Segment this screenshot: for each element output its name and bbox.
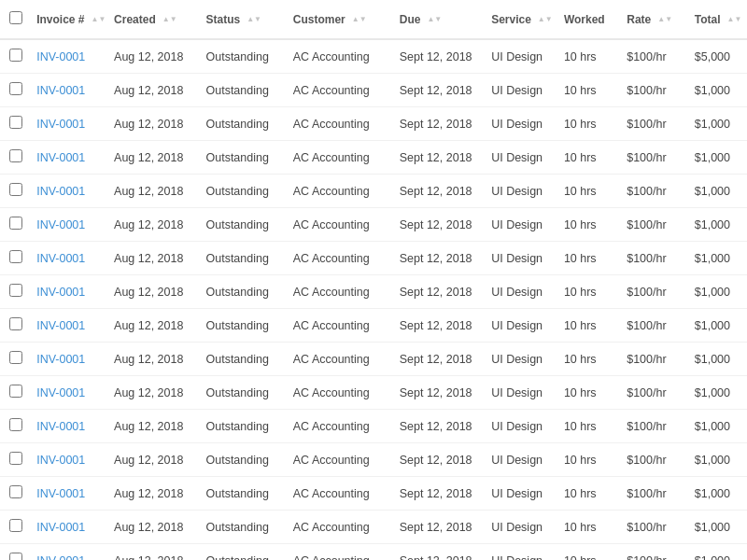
row-service: UI Design [486,343,558,376]
service-label-text: Service [491,13,531,26]
row-created: Aug 12, 2018 [108,242,200,275]
select-all-checkbox[interactable] [9,11,22,24]
row-rate: $100/hr [621,511,689,544]
col-header-worked[interactable]: Worked [558,0,621,39]
row-checkbox[interactable] [9,418,22,431]
invoice-link[interactable]: INV-0001 [36,252,85,265]
status-col-label[interactable]: Status ▲▼ [205,13,261,26]
col-header-rate[interactable]: Rate ▲▼ [621,0,689,39]
worked-label-text: Worked [564,13,605,26]
invoice-link[interactable]: INV-0001 [36,218,85,231]
row-due: Sept 12, 2018 [394,39,486,74]
row-invoice: INV-0001 [31,343,108,376]
row-total: $1,000 [689,175,747,208]
row-invoice: INV-0001 [31,477,108,511]
table-header-row: Invoice # ▲▼ Created ▲▼ Status ▲▼ [0,0,747,39]
row-checkbox-cell[interactable] [0,309,31,343]
invoice-link[interactable]: INV-0001 [36,84,85,97]
worked-col-label[interactable]: Worked [564,13,605,26]
col-header-total[interactable]: Total ▲▼ [689,0,747,39]
row-checkbox[interactable] [9,217,22,230]
row-checkbox-cell[interactable] [0,477,31,511]
row-checkbox[interactable] [9,183,22,196]
row-checkbox[interactable] [9,485,22,498]
table-row: INV-0001 Aug 12, 2018 Outstanding AC Acc… [0,107,747,141]
row-checkbox-cell[interactable] [0,343,31,376]
invoice-link[interactable]: INV-0001 [36,521,85,534]
row-checkbox-cell[interactable] [0,175,31,208]
table-row: INV-0001 Aug 12, 2018 Outstanding AC Acc… [0,242,747,275]
row-worked: 10 hrs [558,410,621,443]
total-sort-icon: ▲▼ [727,16,742,23]
row-status: Outstanding [200,107,287,141]
invoice-link[interactable]: INV-0001 [36,554,85,561]
row-invoice: INV-0001 [31,511,108,544]
row-checkbox-cell[interactable] [0,74,31,107]
invoice-link[interactable]: INV-0001 [36,151,85,164]
invoice-link[interactable]: INV-0001 [36,353,85,366]
row-checkbox-cell[interactable] [0,410,31,443]
row-due: Sept 12, 2018 [394,175,486,208]
row-checkbox-cell[interactable] [0,443,31,477]
col-header-service[interactable]: Service ▲▼ [486,0,558,39]
rate-col-label[interactable]: Rate ▲▼ [627,13,672,26]
row-checkbox[interactable] [9,250,22,263]
row-service: UI Design [486,477,558,511]
row-checkbox[interactable] [9,82,22,95]
row-checkbox-cell[interactable] [0,544,31,561]
row-checkbox[interactable] [9,553,22,560]
row-checkbox[interactable] [9,284,22,297]
invoice-link[interactable]: INV-0001 [36,487,85,500]
invoice-link[interactable]: INV-0001 [36,286,85,299]
due-col-label[interactable]: Due ▲▼ [400,13,443,26]
row-checkbox[interactable] [9,519,22,532]
row-checkbox[interactable] [9,49,22,62]
col-header-created[interactable]: Created ▲▼ [108,0,200,39]
invoice-link[interactable]: INV-0001 [36,454,85,467]
row-checkbox-cell[interactable] [0,107,31,141]
row-checkbox[interactable] [9,452,22,465]
col-header-customer[interactable]: Customer ▲▼ [288,0,394,39]
row-status: Outstanding [200,410,287,443]
created-col-label[interactable]: Created ▲▼ [114,13,177,26]
invoice-col-label[interactable]: Invoice # ▲▼ [36,13,106,26]
row-status: Outstanding [200,141,287,175]
row-status: Outstanding [200,376,287,410]
row-worked: 10 hrs [558,477,621,511]
row-worked: 10 hrs [558,511,621,544]
row-checkbox[interactable] [9,149,22,162]
total-col-label[interactable]: Total ▲▼ [695,13,742,26]
row-checkbox-cell[interactable] [0,511,31,544]
row-checkbox-cell[interactable] [0,376,31,410]
row-customer: AC Accounting [288,343,394,376]
row-checkbox-cell[interactable] [0,242,31,275]
invoice-link[interactable]: INV-0001 [36,386,85,399]
customer-col-label[interactable]: Customer ▲▼ [293,13,367,26]
service-col-label[interactable]: Service ▲▼ [491,13,553,26]
row-rate: $100/hr [621,39,689,74]
invoice-link[interactable]: INV-0001 [36,185,85,198]
col-header-invoice[interactable]: Invoice # ▲▼ [31,0,108,39]
row-checkbox[interactable] [9,385,22,398]
rate-sort-icon: ▲▼ [657,16,672,23]
invoice-link[interactable]: INV-0001 [36,420,85,433]
row-total: $1,000 [689,511,747,544]
row-due: Sept 12, 2018 [394,275,486,309]
col-header-status[interactable]: Status ▲▼ [200,0,287,39]
invoice-link[interactable]: INV-0001 [36,118,85,131]
row-checkbox[interactable] [9,351,22,364]
row-invoice: INV-0001 [31,443,108,477]
row-checkbox-cell[interactable] [0,39,31,74]
invoice-link[interactable]: INV-0001 [36,50,85,63]
invoice-label-text: Invoice # [36,13,84,26]
select-all-header[interactable] [0,0,31,39]
row-checkbox[interactable] [9,116,22,129]
invoice-link[interactable]: INV-0001 [36,319,85,332]
col-header-due[interactable]: Due ▲▼ [394,0,486,39]
row-checkbox-cell[interactable] [0,141,31,175]
row-checkbox-cell[interactable] [0,208,31,242]
row-invoice: INV-0001 [31,410,108,443]
row-checkbox-cell[interactable] [0,275,31,309]
row-checkbox[interactable] [9,317,22,330]
table-row: INV-0001 Aug 12, 2018 Outstanding AC Acc… [0,511,747,544]
